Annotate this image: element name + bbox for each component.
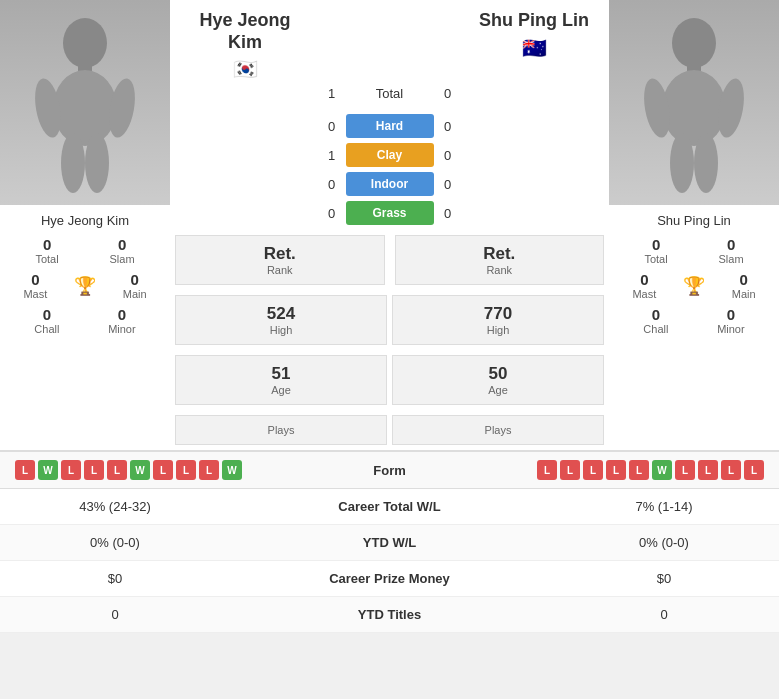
left-player-silhouette bbox=[30, 13, 140, 193]
high-row: 524 High 770 High bbox=[175, 295, 604, 345]
prize-money-left: $0 bbox=[15, 571, 215, 586]
svg-point-5 bbox=[61, 133, 85, 193]
left-age-label: Age bbox=[186, 384, 376, 396]
left-rank-label: Rank bbox=[191, 264, 369, 276]
right-player-name-label: Shu Ping Lin bbox=[619, 213, 769, 228]
left-rank-value: Ret. bbox=[191, 244, 369, 264]
right-high-box: 770 High bbox=[392, 295, 604, 345]
ytd-wl-row: 0% (0-0) YTD W/L 0% (0-0) bbox=[0, 525, 779, 561]
indoor-badge: Indoor bbox=[346, 172, 434, 196]
left-pill-7: L bbox=[153, 460, 173, 480]
left-mast-value: 0 bbox=[31, 271, 39, 288]
form-label: Form bbox=[242, 463, 537, 478]
clay-row: 1 Clay 0 bbox=[175, 143, 604, 167]
right-slam-value: 0 bbox=[727, 236, 735, 253]
right-player-info: Shu Ping Lin 0 Total 0 Slam 0 Mast bbox=[609, 205, 779, 349]
right-slam-label: Slam bbox=[719, 253, 744, 265]
ytd-titles-left: 0 bbox=[15, 607, 215, 622]
form-section: L W L L L W L L L W Form L L L L L W L L… bbox=[0, 451, 779, 489]
player-comparison-section: Hye Jeong Kim 0 Total 0 Slam 0 Mast bbox=[0, 0, 779, 451]
right-trophy-icon: 🏆 bbox=[683, 275, 705, 297]
right-plays-box: Plays bbox=[392, 415, 604, 445]
left-main-name: Hye JeongKim bbox=[175, 10, 315, 53]
right-main-label: Main bbox=[732, 288, 756, 300]
total-left-score: 1 bbox=[318, 86, 346, 101]
hard-row: 0 Hard 0 bbox=[175, 114, 604, 138]
career-total-row: 43% (24-32) Career Total W/L 7% (1-14) bbox=[0, 489, 779, 525]
prize-money-label: Career Prize Money bbox=[215, 571, 564, 586]
left-chall-minor: 0 Chall 0 Minor bbox=[10, 306, 160, 335]
left-high-value: 524 bbox=[186, 304, 376, 324]
left-form-pills: L W L L L W L L L W bbox=[15, 460, 242, 480]
right-plays-label: Plays bbox=[403, 424, 593, 436]
left-chall-stat: 0 Chall bbox=[34, 306, 59, 335]
career-total-left: 43% (24-32) bbox=[15, 499, 215, 514]
left-pill-6: W bbox=[130, 460, 150, 480]
ytd-titles-right: 0 bbox=[564, 607, 764, 622]
left-age-value: 51 bbox=[186, 364, 376, 384]
right-mast-label: Mast bbox=[632, 288, 656, 300]
right-age-value: 50 bbox=[403, 364, 593, 384]
right-mast-stat: 0 Mast bbox=[632, 271, 656, 300]
left-minor-stat: 0 Minor bbox=[108, 306, 136, 335]
left-total-value: 0 bbox=[43, 236, 51, 253]
grass-badge: Grass bbox=[346, 201, 434, 225]
right-age-box: 50 Age bbox=[392, 355, 604, 405]
svg-point-0 bbox=[63, 18, 107, 68]
names-flags-row: Hye JeongKim 🇰🇷 Shu Ping Lin 🇦🇺 bbox=[175, 0, 604, 86]
surface-section: 0 Hard 0 1 Clay 0 0 Indoor 0 0 Grass bbox=[175, 114, 604, 230]
ytd-titles-label: YTD Titles bbox=[215, 607, 564, 622]
career-total-label: Career Total W/L bbox=[215, 499, 564, 514]
left-plays-label: Plays bbox=[186, 424, 376, 436]
left-player-photo bbox=[0, 0, 170, 205]
right-high-value: 770 bbox=[403, 304, 593, 324]
ytd-wl-label: YTD W/L bbox=[215, 535, 564, 550]
right-high-label: High bbox=[403, 324, 593, 336]
left-main-value: 0 bbox=[131, 271, 139, 288]
right-chall-value: 0 bbox=[652, 306, 660, 323]
right-minor-stat: 0 Minor bbox=[717, 306, 745, 335]
center-ranks: Ret. Rank Ret. Rank bbox=[175, 235, 604, 285]
indoor-row: 0 Indoor 0 bbox=[175, 172, 604, 196]
right-pill-9: L bbox=[721, 460, 741, 480]
left-slam-value: 0 bbox=[118, 236, 126, 253]
svg-point-6 bbox=[85, 133, 109, 193]
left-player-block: Hye Jeong Kim 0 Total 0 Slam 0 Mast bbox=[0, 0, 170, 450]
left-pill-4: L bbox=[84, 460, 104, 480]
left-pill-2: W bbox=[38, 460, 58, 480]
right-total-value: 0 bbox=[652, 236, 660, 253]
left-age-box: 51 Age bbox=[175, 355, 387, 405]
left-flag: 🇰🇷 bbox=[175, 57, 315, 81]
grass-left-score: 0 bbox=[318, 206, 346, 221]
left-chall-value: 0 bbox=[43, 306, 51, 323]
clay-badge: Clay bbox=[346, 143, 434, 167]
right-pill-4: L bbox=[606, 460, 626, 480]
ytd-wl-left: 0% (0-0) bbox=[15, 535, 215, 550]
svg-point-7 bbox=[672, 18, 716, 68]
right-player-total-slam: 0 Total 0 Slam bbox=[619, 236, 769, 265]
right-rank-label: Rank bbox=[411, 264, 589, 276]
right-player-silhouette bbox=[639, 13, 749, 193]
right-chall-stat: 0 Chall bbox=[643, 306, 668, 335]
hard-right-score: 0 bbox=[434, 119, 462, 134]
left-high-box: 524 High bbox=[175, 295, 387, 345]
left-total-label: Total bbox=[35, 253, 58, 265]
hard-left-score: 0 bbox=[318, 119, 346, 134]
right-pill-3: L bbox=[583, 460, 603, 480]
left-total-stat: 0 Total bbox=[35, 236, 58, 265]
right-main-name: Shu Ping Lin bbox=[464, 10, 604, 32]
right-chall-label: Chall bbox=[643, 323, 668, 335]
svg-point-2 bbox=[53, 70, 117, 146]
center-panel: Hye JeongKim 🇰🇷 Shu Ping Lin 🇦🇺 1 Total … bbox=[170, 0, 609, 450]
right-pill-2: L bbox=[560, 460, 580, 480]
grass-row: 0 Grass 0 bbox=[175, 201, 604, 225]
left-trophy-row: 0 Mast 🏆 0 Main bbox=[10, 271, 160, 300]
left-mast-label: Mast bbox=[23, 288, 47, 300]
right-pill-5: L bbox=[629, 460, 649, 480]
right-player-photo bbox=[609, 0, 779, 205]
right-rank-value: Ret. bbox=[411, 244, 589, 264]
right-mast-value: 0 bbox=[640, 271, 648, 288]
left-player-total-slam: 0 Total 0 Slam bbox=[10, 236, 160, 265]
right-total-stat: 0 Total bbox=[644, 236, 667, 265]
age-row: 51 Age 50 Age bbox=[175, 355, 604, 405]
